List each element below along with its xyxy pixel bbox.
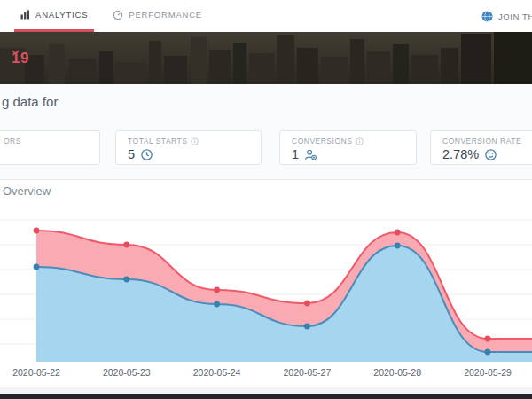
section-title: Overview xyxy=(3,184,51,198)
tab-performance[interactable]: PERFORMANCE xyxy=(106,0,208,32)
stat-value: 5 xyxy=(128,147,135,161)
data-point-marker[interactable] xyxy=(214,301,220,308)
bar-chart-icon xyxy=(20,10,30,20)
section-divider xyxy=(0,179,532,180)
x-axis-label: 2020-05-22 xyxy=(12,367,60,378)
data-point-marker[interactable] xyxy=(34,228,40,234)
bottom-bar xyxy=(0,394,532,399)
stat-card-conversion-rate: CONVERSION RATE 2.78% xyxy=(430,130,532,165)
info-icon[interactable] xyxy=(356,137,364,145)
hero-image: 19 xyxy=(0,32,532,84)
stat-card-conversions: CONVERSIONS 1 xyxy=(279,130,417,165)
x-axis-label: 2020-05-27 xyxy=(284,367,332,378)
city-skyline-illustration xyxy=(0,32,532,84)
data-point-marker[interactable] xyxy=(214,287,220,293)
join-button[interactable]: JOIN THE A xyxy=(481,0,532,32)
x-axis-label: 2020-05-28 xyxy=(373,367,421,378)
stat-label: ORS xyxy=(4,137,21,145)
data-point-marker[interactable] xyxy=(34,264,40,270)
stat-card-visitors: ORS xyxy=(0,130,100,165)
stat-label: TOTAL STARTS xyxy=(128,137,187,145)
data-point-marker[interactable] xyxy=(485,336,491,342)
stat-value: 2.78% xyxy=(442,147,479,161)
info-icon[interactable] xyxy=(191,137,199,145)
stat-label: CONVERSIONS xyxy=(292,137,352,145)
data-point-marker[interactable] xyxy=(485,349,491,356)
person-add-icon xyxy=(304,148,317,161)
x-axis-label: 2020-05-23 xyxy=(103,367,151,378)
join-button-label: JOIN THE A xyxy=(498,12,532,21)
data-point-marker[interactable] xyxy=(304,324,310,330)
top-nav: ANALYTICS PERFORMANCE JOIN THE A xyxy=(0,0,532,32)
data-point-marker[interactable] xyxy=(123,242,129,248)
stat-card-total-starts: TOTAL STARTS 5 xyxy=(115,130,262,165)
clock-icon xyxy=(140,148,153,161)
data-point-marker[interactable] xyxy=(304,301,310,307)
globe-icon xyxy=(481,11,493,22)
page-heading: g data for xyxy=(2,94,58,109)
tab-performance-label: PERFORMANCE xyxy=(129,10,202,20)
date-selector[interactable]: 19 xyxy=(12,50,33,67)
area-chart-canvas xyxy=(0,211,532,379)
smiley-icon xyxy=(484,148,497,161)
tab-analytics-label: ANALYTICS xyxy=(35,10,88,20)
data-point-marker[interactable] xyxy=(395,243,401,249)
x-axis-label: 2020-05-24 xyxy=(193,367,241,378)
stat-value: 1 xyxy=(292,147,299,161)
gauge-icon xyxy=(113,10,123,20)
tab-analytics[interactable]: ANALYTICS xyxy=(14,0,94,32)
analytics-dashboard: ANALYTICS PERFORMANCE JOIN THE A xyxy=(0,0,532,399)
data-point-marker[interactable] xyxy=(123,277,129,283)
stat-label: CONVERSION RATE xyxy=(442,137,521,145)
data-point-marker[interactable] xyxy=(395,230,401,236)
overview-area-chart[interactable]: 2020-05-222020-05-232020-05-242020-05-27… xyxy=(0,211,532,385)
x-axis-label: 2020-05-29 xyxy=(464,367,512,378)
